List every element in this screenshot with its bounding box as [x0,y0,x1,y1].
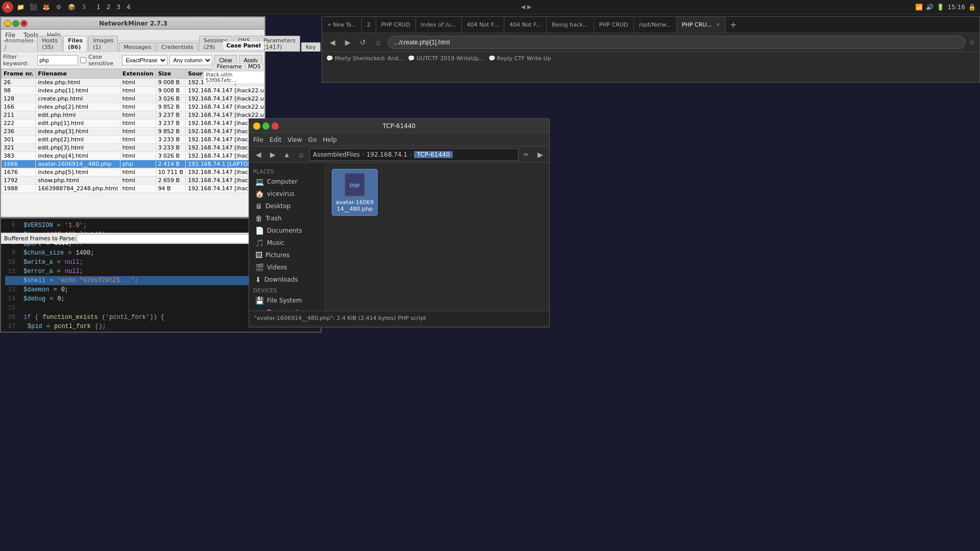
fm-forward-button[interactable]: ▶ [266,148,279,161]
table-row[interactable]: 166 index.php[2].html html 9 852 B 192.1… [2,103,265,111]
table-row[interactable]: 321 edit.php[3].html html 3 233 B 192.16… [2,144,265,152]
fm-path-edit-button[interactable]: ✏ [521,149,532,160]
fm-file-avatar[interactable]: PHP avatar-1606914__480.php [332,169,378,216]
fm-sidebar-vicevirus[interactable]: 🏠 vicevirus [249,188,325,200]
fm-sidebar-videos[interactable]: 🎬 Videos [249,261,325,273]
nm-case-sensitive-checkbox[interactable] [80,57,86,63]
tab-close-icon[interactable]: ✕ [716,22,720,28]
table-row[interactable]: 236 index.php[3].html html 9 852 B 192.1… [2,128,265,136]
nm-tab-messages[interactable]: Messages [119,42,156,52]
fm-sidebar-documents[interactable]: 📄 Documents [249,224,325,237]
nm-maximize-button[interactable]: □ [12,20,19,27]
taskbar-icon-files[interactable]: 📁 [15,2,26,13]
fm-path-ip[interactable]: 192.168.74.1 [366,151,407,158]
new-tab-button[interactable]: + [726,20,741,30]
tab-2[interactable]: 2 [362,17,376,33]
app-num-2[interactable]: 2 [104,3,113,12]
fm-path-next-button[interactable]: ▶ [534,148,546,161]
tab-404-1[interactable]: 404 Not F... [462,17,504,33]
fm-home-button[interactable]: ⌂ [295,148,307,161]
cell-size: 9 008 B [156,79,186,87]
table-row[interactable]: 383 index.php[4].html html 3 026 B 192.1… [2,152,265,160]
table-row[interactable]: 301 edit.php[2].html html 3 233 B 192.16… [2,136,265,144]
table-row[interactable]: 222 edit.php[1].html html 3 237 B 192.16… [2,119,265,128]
table-row[interactable]: 211 edit.php.html html 3 237 B 192.168.7… [2,111,265,119]
browser-forward-button[interactable]: ▶ [341,36,354,48]
taskbar-app-icon-1[interactable]: A [2,2,13,13]
fm-sidebar-music[interactable]: 🎵 Music [249,237,325,249]
table-row[interactable]: 128 create.php.html html 3 026 B 192.168… [2,95,265,103]
code-token: ( [35,313,38,322]
tab-opt[interactable]: /opt/Netw... [634,17,677,33]
fm-menu-go[interactable]: Go [308,136,317,143]
nm-col-header-size[interactable]: Size [156,69,186,79]
fm-minimize-button[interactable] [253,122,260,130]
cell-ext: php [120,160,156,168]
fm-menu-edit[interactable]: Edit [270,136,281,143]
nm-close-button[interactable]: ✕ [20,20,28,27]
fm-sidebar-vicevirus-label: vicevirus [267,190,295,197]
tab-being-hacked[interactable]: Being hack... [547,17,594,33]
fm-path-assembled[interactable]: AssembledFiles [313,151,360,158]
fm-menu-view[interactable]: View [287,136,302,143]
nm-column-select[interactable]: Any column [169,55,212,65]
nm-minimize-button[interactable]: _ [4,20,11,27]
app-num-4[interactable]: 4 [124,3,133,12]
nm-filter-input[interactable] [37,55,78,65]
fm-maximize-button[interactable] [262,122,270,130]
fm-sidebar-downloads[interactable]: ⬇ Downloads [249,273,325,286]
taskbar-icon-vm[interactable]: 📦 [66,2,77,13]
fm-close-button[interactable] [272,122,279,130]
fm-menu-help[interactable]: Help [323,136,336,143]
nm-status-input[interactable] [77,234,261,243]
nm-col-header-filename[interactable]: Filename [36,69,120,79]
tab-new[interactable]: + New Ta... [322,17,362,33]
bookmark-reply[interactable]: 💬 Reply CTF Write-Up [488,55,551,62]
app-num-3[interactable]: 3 [114,3,123,12]
fm-sidebar-trash[interactable]: 🗑 Trash [249,212,325,224]
nm-col-header-ext[interactable]: Extension [120,69,156,79]
nm-tab-images[interactable]: Images (1) [88,36,118,52]
browser-home-button[interactable]: ⌂ [372,36,384,48]
nm-tab-parameters[interactable]: Parameters (1417) [259,36,300,52]
nm-tab-credentials[interactable]: Credentials [157,42,198,52]
fm-window-title: TCP-61440 [383,122,415,130]
fm-sidebar-computer[interactable]: 💻 Computer [249,176,325,188]
code-token: = [57,258,61,267]
nm-tab-hosts[interactable]: Hosts (35) [37,36,62,52]
nm-col-header-frame[interactable]: Frame nr. [2,69,36,79]
nm-tab-files[interactable]: Files (86) [63,36,87,52]
browser-url-input[interactable] [387,36,966,49]
taskbar-icon-extra[interactable]: S [79,2,90,13]
tab-php-crud-2[interactable]: PHP CRUD [594,17,634,33]
fm-up-button[interactable]: ▲ [281,148,293,161]
tab-php-crud-1[interactable]: PHP CRUD [376,17,416,33]
fm-sidebar-filesystem[interactable]: 💾 File System [249,294,325,307]
fm-path-tcp[interactable]: TCP-61440 [414,151,453,158]
taskbar-icon-terminal[interactable]: ⬛ [28,2,39,13]
fm-menu-file[interactable]: File [253,136,263,143]
table-row[interactable]: 1666 avatar-1606914__480.php php 2 414 B… [2,160,265,168]
browser-back-button[interactable]: ◀ [326,36,338,48]
tab-php-crud-active[interactable]: PHP CRU... ✕ [677,17,726,33]
bookmark-uutctf[interactable]: 💬 UUTCTF 2019 WriteUp... [408,55,484,62]
browser-refresh-button[interactable]: ↺ [357,36,369,48]
nm-table-container[interactable]: Frame nr. Filename Extension Size Source… [1,69,264,222]
fm-back-button[interactable]: ◀ [252,148,264,161]
fm-sidebar-docs-on[interactable]: 📄 Documents on ... [249,307,325,311]
app-num-1[interactable]: 1 [94,3,103,12]
fm-sidebar-desktop[interactable]: 🖥 Desktop [249,200,325,212]
table-row[interactable]: 1988 1663988784_2248.php.html html 94 B … [2,185,265,193]
table-row[interactable]: 1676 index.php[5].html html 10 711 B 192… [2,168,265,177]
nm-mode-select[interactable]: ExactPhrase Contains [122,55,167,65]
tab-404-2[interactable]: 404 Not F... [504,17,547,33]
fm-sidebar-pictures[interactable]: 🖼 Pictures [249,249,325,261]
nm-tab-key[interactable]: Key [301,42,321,52]
table-row[interactable]: 98 index.php[1].html html 9 008 B 192.16… [2,87,265,95]
taskbar-icon-settings[interactable]: ⚙ [53,2,64,13]
table-row[interactable]: 1792 show.php.html html 2 659 B 192.168.… [2,177,265,185]
tab-index[interactable]: Index of /u... [416,17,462,33]
bookmark-morty[interactable]: 💬 Morty Sherlocked: And... [326,55,404,62]
bookmark-star-icon[interactable]: ☆ [969,38,975,46]
taskbar-icon-browser-small[interactable]: 🦊 [40,2,52,13]
